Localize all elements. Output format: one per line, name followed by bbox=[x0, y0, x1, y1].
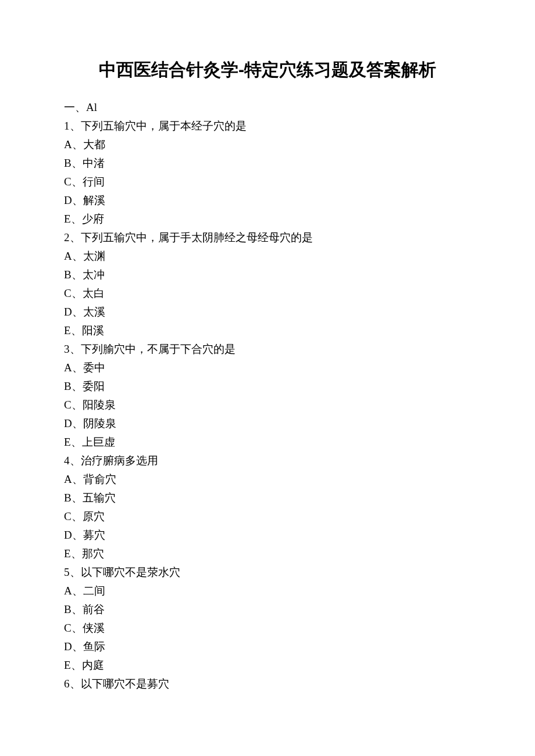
option: D、募穴 bbox=[64, 526, 471, 544]
question-stem: 5、以下哪穴不是荥水穴 bbox=[64, 563, 471, 582]
option: D、鱼际 bbox=[64, 637, 471, 656]
question-block-5: 5、以下哪穴不是荥水穴 A、二间 B、前谷 C、侠溪 D、鱼际 E、内庭 bbox=[64, 563, 471, 675]
question-stem: 6、以下哪穴不是募穴 bbox=[64, 675, 471, 693]
option: D、阴陵泉 bbox=[64, 414, 471, 433]
option: D、解溪 bbox=[64, 191, 471, 210]
option: A、委中 bbox=[64, 359, 471, 377]
option: E、少府 bbox=[64, 210, 471, 228]
section-header: 一、Al bbox=[64, 98, 471, 117]
option: E、内庭 bbox=[64, 656, 471, 675]
option: B、五输穴 bbox=[64, 489, 471, 507]
question-stem: 4、治疗腑病多选用 bbox=[64, 452, 471, 470]
option: B、前谷 bbox=[64, 600, 471, 619]
option: E、上巨虚 bbox=[64, 433, 471, 452]
question-block-1: 1、下列五输穴中，属于本经子穴的是 A、大都 B、中渚 C、行间 D、解溪 E、… bbox=[64, 117, 471, 228]
option: D、太溪 bbox=[64, 303, 471, 321]
option: B、委阳 bbox=[64, 377, 471, 396]
option: C、行间 bbox=[64, 173, 471, 191]
option: A、大都 bbox=[64, 135, 471, 154]
question-block-4: 4、治疗腑病多选用 A、背俞穴 B、五输穴 C、原穴 D、募穴 E、那穴 bbox=[64, 452, 471, 563]
option: C、太白 bbox=[64, 284, 471, 303]
question-stem: 3、下列腧穴中，不属于下合穴的是 bbox=[64, 340, 471, 359]
option: E、那穴 bbox=[64, 544, 471, 563]
question-block-3: 3、下列腧穴中，不属于下合穴的是 A、委中 B、委阳 C、阳陵泉 D、阴陵泉 E… bbox=[64, 340, 471, 452]
option: A、背俞穴 bbox=[64, 470, 471, 489]
option: C、阳陵泉 bbox=[64, 396, 471, 414]
option: A、太渊 bbox=[64, 247, 471, 266]
question-block-6: 6、以下哪穴不是募穴 bbox=[64, 675, 471, 693]
question-block-2: 2、下列五输穴中，属于手太阴肺经之母经母穴的是 A、太渊 B、太冲 C、太白 D… bbox=[64, 228, 471, 340]
document-title: 中西医结合针灸学-特定穴练习题及答案解析 bbox=[64, 58, 471, 82]
option: C、原穴 bbox=[64, 507, 471, 526]
option: C、侠溪 bbox=[64, 619, 471, 637]
option: A、二间 bbox=[64, 582, 471, 600]
option: E、阳溪 bbox=[64, 321, 471, 340]
question-stem: 2、下列五输穴中，属于手太阴肺经之母经母穴的是 bbox=[64, 228, 471, 247]
question-stem: 1、下列五输穴中，属于本经子穴的是 bbox=[64, 117, 471, 135]
option: B、中渚 bbox=[64, 154, 471, 173]
option: B、太冲 bbox=[64, 266, 471, 284]
